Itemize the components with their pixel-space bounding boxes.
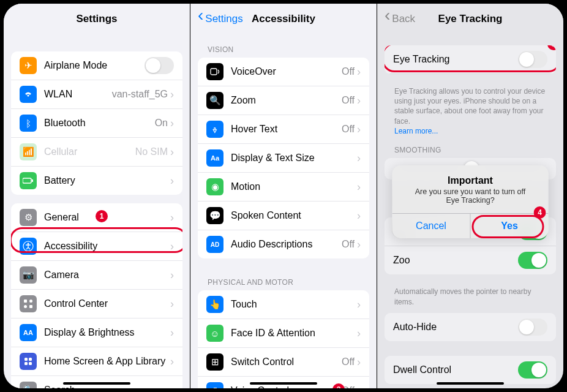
row-battery[interactable]: Battery <box>11 167 182 195</box>
svg-rect-7 <box>29 305 32 308</box>
back-button[interactable]: Settings <box>198 13 243 25</box>
touch-icon: 👆 <box>206 296 223 313</box>
autohide-toggle[interactable] <box>518 318 547 336</box>
row-label: Control Center <box>44 298 170 309</box>
row-switch[interactable]: ⊞Switch ControlOff <box>198 348 369 377</box>
row-label: Airplane Mode <box>44 60 145 71</box>
row-spoken[interactable]: 💬Spoken Content <box>198 202 369 230</box>
home-screen-icon <box>20 353 37 370</box>
svg-point-3 <box>28 243 29 245</box>
row-value: Off <box>342 66 355 77</box>
row-autohide[interactable]: Auto-Hide <box>385 313 556 341</box>
row-faceid[interactable]: ☺Face ID & Attention <box>198 319 369 348</box>
row-label: Dwell Control <box>393 364 518 375</box>
spoken-icon: 💬 <box>206 207 223 224</box>
row-label: Camera <box>44 270 170 281</box>
learn-more-link[interactable]: Learn more... <box>394 127 438 135</box>
eye-tracking-panel: Back Eye Tracking Eye Tracking 3 Eye Tra… <box>377 4 563 388</box>
back-label: Settings <box>205 13 242 25</box>
battery-icon <box>20 172 37 189</box>
row-hover[interactable]: ⎀Hover TextOff <box>198 115 369 144</box>
chevron-icon <box>357 209 361 222</box>
search-icon: 🔍 <box>20 382 37 388</box>
row-accessibility[interactable]: Accessibility <box>11 232 182 261</box>
chevron-left-icon <box>198 13 203 25</box>
row-airplane[interactable]: ✈ Airplane Mode <box>11 51 182 80</box>
wifi-icon <box>20 86 37 103</box>
row-bluetooth[interactable]: ᛒ Bluetooth On <box>11 109 182 138</box>
row-voiceover[interactable]: VoiceOverOff <box>198 58 369 86</box>
row-value: Off <box>342 356 355 368</box>
settings-panel: Settings ✈ Airplane Mode WLAN van-staff_… <box>4 4 190 388</box>
svg-rect-6 <box>24 305 27 308</box>
row-value: van-staff_5G <box>112 89 168 100</box>
row-label: Battery <box>44 175 170 186</box>
alert-dialog: Important Are you sure you want to turn … <box>392 165 549 238</box>
row-eye-tracking-toggle[interactable]: Eye Tracking <box>385 45 556 74</box>
motion-icon: ◉ <box>206 178 223 195</box>
voiceover-icon <box>206 63 223 80</box>
switch-icon: ⊞ <box>206 353 223 371</box>
chevron-icon <box>170 298 174 311</box>
svg-rect-10 <box>24 362 28 365</box>
dwell-toggle[interactable] <box>518 361 547 379</box>
chevron-icon <box>357 123 361 136</box>
eye-tracking-desc: Eye Tracking allows you to control your … <box>385 83 556 142</box>
row-general[interactable]: ⚙ General 1 <box>11 203 182 232</box>
row-touch[interactable]: 👆Touch <box>198 290 369 319</box>
row-zoom[interactable]: 🔍ZoomOff <box>198 86 369 115</box>
audio-desc-icon: AD <box>206 236 223 253</box>
header: Settings <box>4 4 190 34</box>
row-zoom-keys[interactable]: Zoo <box>385 246 556 274</box>
svg-rect-1 <box>32 179 33 182</box>
chevron-icon <box>170 355 174 368</box>
row-label: WLAN <box>44 89 112 100</box>
row-label: Display & Brightness <box>44 327 170 338</box>
chevron-icon <box>357 356 361 369</box>
row-value: Off <box>342 124 355 135</box>
row-label: Bluetooth <box>44 118 155 129</box>
row-wlan[interactable]: WLAN van-staff_5G <box>11 80 182 109</box>
text-size-icon: Aa <box>206 149 223 167</box>
row-control-center[interactable]: Control Center <box>11 290 182 318</box>
chevron-icon <box>170 175 174 187</box>
chevron-icon <box>357 152 361 165</box>
gear-icon: ⚙ <box>20 209 37 226</box>
svg-rect-4 <box>24 300 27 303</box>
svg-rect-11 <box>29 362 32 365</box>
svg-rect-12 <box>211 69 217 75</box>
row-label: Home Screen & App Library <box>44 356 170 367</box>
row-camera[interactable]: 📷 Camera <box>11 261 182 290</box>
chevron-icon <box>170 326 174 339</box>
badge-2: 2 <box>332 383 345 388</box>
chevron-icon <box>170 146 174 159</box>
row-label: Switch Control <box>231 356 342 368</box>
smoothing-label: SMOOTHING <box>385 142 556 158</box>
snap-desc: Automatically moves the pointer to nearb… <box>385 283 556 312</box>
row-dwell[interactable]: Dwell Control <box>385 356 556 384</box>
row-label: Voice Control <box>231 385 342 388</box>
badge-1: 1 <box>96 210 108 222</box>
alert-cancel-button[interactable]: Cancel <box>392 214 471 238</box>
row-display[interactable]: AA Display & Brightness <box>11 318 182 347</box>
section-physical: PHYSICAL AND MOTOR <box>198 267 369 290</box>
airplane-toggle[interactable] <box>145 57 174 74</box>
row-cellular[interactable]: 📶 Cellular No SIM <box>11 138 182 167</box>
faceid-icon: ☺ <box>206 325 223 342</box>
row-display-text[interactable]: AaDisplay & Text Size <box>198 144 369 173</box>
dwell-group: Dwell Control <box>385 356 556 384</box>
chevron-icon <box>357 238 361 251</box>
eye-tracking-toggle[interactable] <box>518 51 547 68</box>
row-label: Zoo <box>393 255 518 266</box>
zoom-toggle[interactable] <box>518 252 547 269</box>
row-motion[interactable]: ◉Motion <box>198 173 369 202</box>
row-home-screen[interactable]: Home Screen & App Library <box>11 347 182 376</box>
row-label: Auto-Hide <box>393 322 518 333</box>
row-value: No SIM <box>135 146 168 157</box>
header: Back Eye Tracking <box>377 4 563 34</box>
back-button[interactable]: Back <box>385 13 415 25</box>
bluetooth-icon: ᛒ <box>20 115 37 132</box>
accessibility-panel: Settings Accessibility VISION VoiceOverO… <box>190 4 377 388</box>
section-vision: VISION <box>198 34 369 58</box>
row-audio-desc[interactable]: ADAudio DescriptionsOff <box>198 230 369 258</box>
